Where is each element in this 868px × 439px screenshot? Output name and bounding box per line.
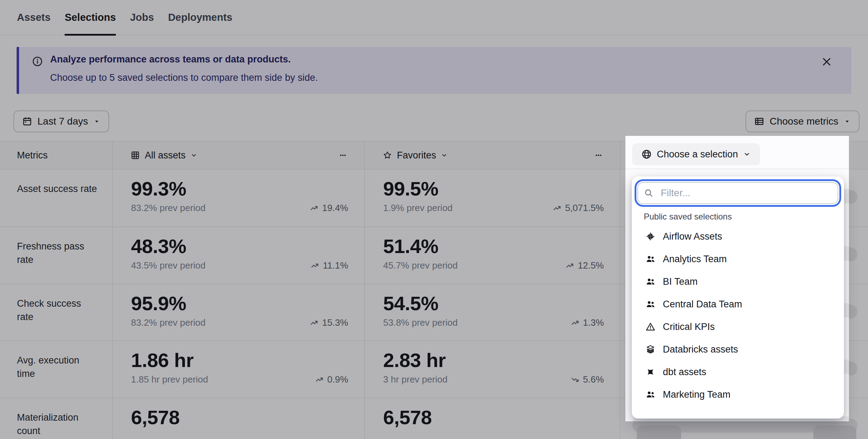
selection-column-header: Choose a selection — [625, 136, 849, 169]
layers-icon — [645, 344, 656, 355]
warning-icon — [645, 321, 656, 332]
airflow-icon — [645, 231, 656, 242]
selection-list-item[interactable]: Analytics Team — [632, 248, 844, 270]
selection-list-item[interactable]: Critical KPIs — [632, 315, 844, 338]
selection-item-label: Marketing Team — [663, 389, 731, 400]
filter-input[interactable] — [637, 182, 838, 204]
dbt-icon — [645, 367, 656, 377]
selection-item-label: Databricks assets — [663, 344, 738, 355]
team-icon — [645, 299, 656, 309]
selection-dropdown-panel: Public saved selections Airflow AssetsAn… — [632, 176, 844, 419]
selection-item-label: Critical KPIs — [663, 321, 715, 332]
app-window: AssetsSelectionsJobsDeployments Analyze … — [0, 0, 868, 439]
section-label: Public saved selections — [644, 212, 732, 222]
team-icon — [645, 254, 656, 264]
selection-list-item[interactable]: Marketing Team — [632, 383, 844, 406]
chevron-down-icon — [743, 150, 751, 158]
team-icon — [645, 276, 656, 287]
selection-item-label: Central Data Team — [663, 299, 742, 310]
selection-item-label: BI Team — [663, 276, 698, 287]
selection-list-item[interactable]: Airflow Assets — [632, 225, 844, 248]
selection-item-label: Airflow Assets — [663, 231, 722, 242]
selection-list: Airflow AssetsAnalytics TeamBI TeamCentr… — [632, 225, 844, 406]
selection-list-item[interactable]: Databricks assets — [632, 338, 844, 361]
selection-list-item[interactable]: dbt assets — [632, 361, 844, 383]
globe-icon — [641, 149, 652, 160]
selection-list-item[interactable]: BI Team — [632, 270, 844, 293]
selection-item-label: dbt assets — [663, 367, 706, 378]
choose-selection-label: Choose a selection — [657, 149, 738, 160]
selection-list-item[interactable]: Central Data Team — [632, 293, 844, 315]
team-icon — [645, 389, 656, 400]
choose-selection-dropdown[interactable]: Choose a selection — [632, 143, 760, 165]
selection-item-label: Analytics Team — [663, 254, 727, 265]
